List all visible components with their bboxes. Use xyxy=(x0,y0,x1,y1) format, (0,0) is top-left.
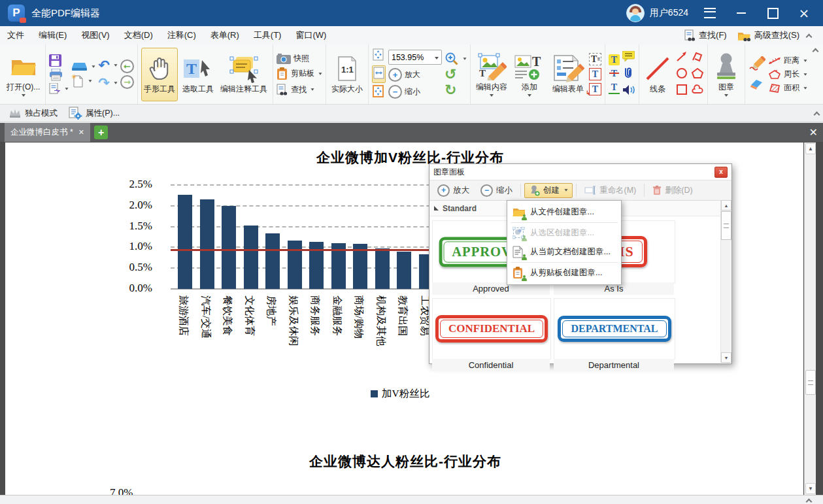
stamp-create-button[interactable]: 创建 xyxy=(524,183,573,198)
zoom-in-button[interactable]: +放大 xyxy=(388,68,442,82)
menu-item-create-from-clipboard[interactable]: 从剪贴板创建图章... xyxy=(507,263,621,282)
menu-item-2[interactable]: 视图(V) xyxy=(74,26,116,44)
new-document-button[interactable]: ✳ xyxy=(71,74,95,88)
perimeter-tool-button[interactable]: 周长 xyxy=(768,69,807,80)
strikeout-text-button[interactable]: T xyxy=(609,68,620,79)
panel-scroll-down-icon[interactable]: ▼ xyxy=(721,352,731,363)
collapse-menubar-icon[interactable] xyxy=(806,33,811,38)
collapse-toolbar-icon[interactable] xyxy=(813,47,818,52)
close-button[interactable]: × xyxy=(794,5,814,21)
find-tool-button[interactable]: 查找 xyxy=(277,84,322,96)
menu-item-7[interactable]: 窗口(W) xyxy=(288,26,333,44)
tab-close-icon[interactable]: ✕ xyxy=(78,128,84,137)
highlight-text-button[interactable]: T xyxy=(609,54,620,65)
stamp-button[interactable]: 图章 xyxy=(711,51,741,97)
scroll-up-icon[interactable]: ▲ xyxy=(805,143,816,154)
stamp-panel-close-button[interactable]: x xyxy=(714,167,728,178)
edit-annotation-tool-button[interactable]: 编辑注释工具 xyxy=(218,53,269,95)
print-button[interactable] xyxy=(49,69,69,81)
menu-item-create-from-selection[interactable]: 从选区创建图章... xyxy=(507,224,621,243)
square-tool-button[interactable] xyxy=(675,84,688,98)
fit-page-button[interactable] xyxy=(372,48,386,64)
collapse-bottom-icon[interactable] xyxy=(806,497,811,503)
account-area[interactable]: 用户6524 xyxy=(626,4,688,22)
sticky-note-button[interactable] xyxy=(622,51,635,64)
legend-marker xyxy=(371,390,378,397)
open-button[interactable]: 打开(O)... xyxy=(5,51,42,97)
minimize-button[interactable] xyxy=(731,5,751,21)
menu-item-0[interactable]: 文件 xyxy=(0,26,31,44)
fit-visible-button[interactable] xyxy=(372,84,386,101)
stamp-rename-button[interactable]: 重命名(M) xyxy=(580,183,641,198)
undo-button[interactable]: ↶ xyxy=(98,58,118,73)
clipboard-button[interactable]: 剪贴板 xyxy=(277,67,322,80)
zoom-tool-button[interactable] xyxy=(445,52,467,66)
area-tool-button[interactable]: 面积 xyxy=(768,82,807,93)
menu-item-create-from-file[interactable]: 从文件创建图章... xyxy=(507,203,621,222)
attach-file-button[interactable] xyxy=(622,67,635,82)
menu-item-create-from-document[interactable]: 从当前文档创建图章... xyxy=(507,243,621,261)
stamp-panel-toolbar: +放大 −缩小 创建 重命名(M) 删除(D) xyxy=(429,180,731,201)
eraser-tool-button[interactable] xyxy=(748,78,765,93)
previous-view-button[interactable]: ← xyxy=(120,59,134,73)
scroll-down-icon[interactable]: ▼ xyxy=(805,483,816,494)
stamp-cell-confidential[interactable]: CONFIDENTIAL xyxy=(432,298,551,360)
rotate-ccw-icon[interactable]: ↺ xyxy=(445,67,467,82)
stamp-zoom-in-button[interactable]: +放大 xyxy=(433,182,474,199)
edit-form-button[interactable]: 编辑表单 xyxy=(550,53,586,95)
rotate-cw-icon[interactable]: ↻ xyxy=(445,83,467,97)
actual-size-button[interactable]: 1:1 实际大小 xyxy=(329,53,365,95)
menu-item-1[interactable]: 编辑(E) xyxy=(31,26,74,44)
textbox-tool-button[interactable]: T xyxy=(589,68,601,80)
main-menu-button[interactable] xyxy=(700,5,720,21)
stamp-delete-button[interactable]: 删除(D) xyxy=(648,183,697,198)
underline-text-button[interactable]: T xyxy=(609,82,620,94)
line-tool-button[interactable]: 线条 xyxy=(643,53,673,95)
polygon-tool-button[interactable] xyxy=(691,67,704,82)
add-content-button[interactable]: T 添加 xyxy=(512,51,547,97)
document-tab[interactable]: 企业微博白皮书 * ✕ xyxy=(5,123,90,142)
stamp-cell-departmental[interactable]: DEPARTMENTAL xyxy=(554,298,675,360)
menu-item-3[interactable]: 文档(D) xyxy=(117,26,160,44)
exclusive-mode-button[interactable]: 独占模式 xyxy=(5,107,61,120)
stamp-zoom-out-button[interactable]: −缩小 xyxy=(476,182,517,199)
zoom-out-button[interactable]: −缩小 xyxy=(388,85,442,99)
find-button[interactable]: 查找(F) xyxy=(680,29,731,42)
properties-button[interactable]: 属性(P)... xyxy=(65,106,123,120)
zoom-level-combobox[interactable]: 153.95% xyxy=(388,50,442,65)
circle-tool-button[interactable] xyxy=(675,67,688,82)
export-button[interactable] xyxy=(49,83,69,95)
typewriter-tool-button[interactable]: T⠿ xyxy=(589,53,601,65)
advanced-find-button[interactable]: 高级查找(S) xyxy=(733,29,803,42)
arrow-tool-button[interactable] xyxy=(675,51,688,65)
next-view-button[interactable]: → xyxy=(120,75,134,89)
fit-width-button[interactable] xyxy=(372,65,386,83)
sound-annotation-button[interactable] xyxy=(622,84,635,98)
close-document-icon[interactable]: ✕ xyxy=(809,126,818,139)
stamp-panel-scrollbar[interactable]: ▲ ▼ xyxy=(720,200,731,363)
stamp-panel-header[interactable]: 图章面板 x xyxy=(429,164,731,180)
collapse-row2-icon[interactable] xyxy=(814,110,819,116)
vertical-scrollbar[interactable]: ▲ ▼ xyxy=(804,143,816,495)
save-button[interactable] xyxy=(49,54,69,67)
scrollbar-thumb[interactable] xyxy=(805,370,816,395)
menu-item-4[interactable]: 注释(C) xyxy=(160,26,203,44)
callout-tool-button[interactable]: T↳ xyxy=(589,83,601,95)
scan-button[interactable] xyxy=(71,61,95,72)
pencil-tool-button[interactable] xyxy=(748,56,765,73)
cloud-tool-button[interactable] xyxy=(691,84,704,98)
distance-tool-button[interactable]: 距离 xyxy=(768,55,807,66)
edit-content-button[interactable]: T 编辑内容 xyxy=(474,51,509,97)
panel-scrollbar-thumb[interactable] xyxy=(721,211,731,240)
maximize-button[interactable] xyxy=(763,5,782,21)
polyline-tool-button[interactable] xyxy=(691,51,704,65)
one-to-one-icon: 1:1 xyxy=(337,56,357,81)
panel-scroll-up-icon[interactable]: ▲ xyxy=(721,200,731,210)
menu-item-6[interactable]: 工具(T) xyxy=(246,26,289,44)
new-tab-button[interactable]: + xyxy=(94,126,108,139)
select-tool-button[interactable]: T 选取工具 xyxy=(180,53,216,95)
hand-tool-button[interactable]: 手形工具 xyxy=(141,48,178,101)
menu-item-5[interactable]: 表单(R) xyxy=(203,26,246,44)
snapshot-button[interactable]: 快照 xyxy=(277,53,322,64)
redo-button[interactable]: ↷ xyxy=(98,75,118,91)
